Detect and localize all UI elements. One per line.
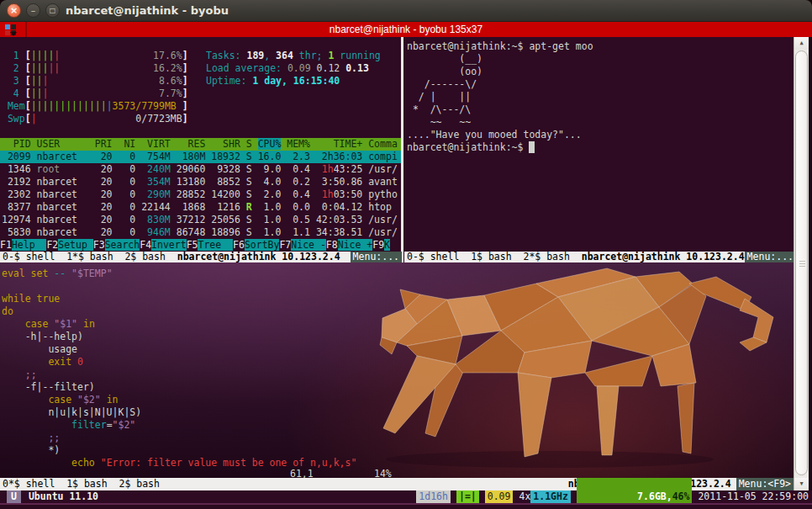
process-row: 12974 nbarcet 20 0 830M 37212 25056 S 1.… bbox=[0, 214, 402, 226]
pane-divider[interactable] bbox=[401, 37, 403, 262]
terminal-line: (__) bbox=[407, 53, 593, 66]
process-row: 5830 nbarcet 20 0 946M 86748 18896 S 1.0… bbox=[0, 226, 402, 239]
meter-row: 2 [||||| 16.2%] bbox=[2, 62, 188, 75]
code-line: do bbox=[2, 305, 356, 318]
minimize-icon: – bbox=[31, 5, 36, 16]
minimize-button[interactable]: – bbox=[26, 3, 40, 18]
code-line: while true bbox=[2, 293, 356, 305]
uptime-indicator: 1d16h bbox=[416, 490, 451, 503]
code-line: -f|--filter) bbox=[2, 381, 356, 394]
window-title: nbarcet@nijathink - byobu bbox=[66, 4, 229, 17]
summary-line: Tasks: 189, 364 thr; 1 running bbox=[206, 50, 381, 62]
pane-vim[interactable]: eval set -- "$TEMP"while truedo case "$1… bbox=[0, 262, 794, 478]
cpu-memory-meters: 1 [||||| 17.6%] 2 [||||| 16.2%] 3 [||| 8… bbox=[2, 50, 188, 125]
code-line: case "$1" in bbox=[2, 318, 356, 331]
terminal-line: /------\/ bbox=[407, 78, 593, 91]
code-line: usage bbox=[2, 343, 356, 356]
ubuntu-logo-icon: U bbox=[7, 490, 21, 503]
byobu-status-bar: U Ubuntu 11.10 1d16h |=| 0.09 4x 1.1GHz … bbox=[0, 490, 812, 503]
scroll-up-button[interactable]: ▲ bbox=[794, 37, 809, 50]
datetime-label: 2011-11-05 22:59:00 bbox=[698, 490, 809, 503]
window-titlebar[interactable]: × – □ nbarcet@nijathink - byobu bbox=[0, 0, 812, 22]
caption-bar-right: 0-$ shell 1$ bash 2*$ bash nbarcet@nijat… bbox=[404, 252, 794, 262]
htop-summary: Tasks: 189, 364 thr; 1 runningLoad avera… bbox=[206, 50, 381, 87]
pane-htop[interactable]: 1 [||||| 17.6%] 2 [||||| 16.2%] 3 [||| 8… bbox=[0, 37, 402, 252]
meter-row: 4 [||| 7.7%] bbox=[2, 87, 188, 100]
code-line: eval set -- "$TEMP" bbox=[2, 268, 356, 280]
terminal-line: ...."Have you mooed today?"... bbox=[407, 129, 593, 141]
code-line: filter="$2" bbox=[2, 419, 356, 432]
battery-indicator: |=| bbox=[456, 490, 479, 503]
terminal-line: * /\---/\ bbox=[407, 103, 593, 116]
caption-bar-left: 0-$ shell 1*$ bash 2$ bash nbarcet@nijat… bbox=[0, 252, 402, 262]
vim-script: eval set -- "$TEMP"while truedo case "$1… bbox=[2, 268, 356, 469]
vim-ruler-percent: 14% bbox=[374, 468, 392, 478]
process-row: 2099 nbarcet 20 0 754M 180M 18932 S 16.0… bbox=[0, 151, 402, 163]
window-list: 0-$ shell 1*$ bash 2$ bash nbarcet@nijat… bbox=[3, 252, 340, 262]
process-table: PID USER PRI NI VIRT RES SHR S CPU% MEM%… bbox=[0, 138, 402, 239]
summary-line: Uptime: 1 day, 16:15:40 bbox=[206, 75, 381, 87]
meter-row: Mem[||||||||||||||3573/7799MB ] bbox=[2, 100, 188, 113]
meter-row: Swp[| 0/7723MB] bbox=[2, 113, 188, 125]
arrow-up-icon: ▲ bbox=[799, 40, 803, 46]
wallpaper-ocelot bbox=[356, 262, 794, 478]
terminal-line: / | || bbox=[407, 91, 593, 103]
code-line: exit 0 bbox=[2, 356, 356, 368]
terminal-window: × – □ nbarcet@nijathink - byobu nbarcet@… bbox=[0, 0, 812, 509]
terminal-line: (oo) bbox=[407, 66, 593, 78]
code-line: *) bbox=[2, 444, 356, 457]
cpu-frequency-indicator: 1.1GHz bbox=[530, 490, 571, 503]
terminal-line: nbarcet@nijathink:~$ bbox=[407, 141, 593, 154]
process-row: 2302 nbarcet 20 0 290M 28852 14200 S 2.0… bbox=[0, 188, 402, 201]
window-list: 0*$ shell 1$ bash 2$ bash bbox=[3, 478, 160, 490]
code-line: ;; bbox=[2, 432, 356, 444]
shell-output: nbarcet@nijathink:~$ apt-get moo (__) (o… bbox=[407, 40, 593, 154]
code-line: ;; bbox=[2, 368, 356, 381]
arrow-down-icon: ▼ bbox=[799, 480, 803, 487]
meter-row: 3 [||| 8.6%] bbox=[2, 75, 188, 87]
code-line: case "$2" in bbox=[2, 394, 356, 406]
maximize-button[interactable]: □ bbox=[45, 3, 60, 18]
memory-used: 7.6GB, bbox=[637, 490, 672, 502]
memory-percent: 46% bbox=[672, 490, 690, 502]
session-title: nbarcet@nijathink - byobu 135x37 bbox=[0, 22, 812, 37]
close-button[interactable]: × bbox=[7, 3, 21, 18]
maximize-icon: □ bbox=[50, 7, 56, 14]
scrollbar-grip-icon bbox=[799, 261, 805, 268]
process-row: 2192 nbarcet 20 0 354M 13180 8852 S 4.0 … bbox=[0, 176, 402, 188]
distro-label: Ubuntu 11.10 bbox=[29, 490, 98, 503]
htop-function-key-bar: F1Help F2Setup F3SearchF4InvertF5Tree F6… bbox=[0, 239, 402, 252]
load-indicator: 0.09 bbox=[485, 490, 514, 503]
process-row: PID USER PRI NI VIRT RES SHR S CPU% MEM%… bbox=[0, 138, 402, 151]
terminal-line: ~~ ~~ bbox=[407, 116, 593, 129]
menu-hint: Menu:... bbox=[351, 252, 402, 262]
code-line: -h|--help) bbox=[2, 331, 356, 343]
code-line bbox=[2, 280, 356, 293]
menu-hint: Menu:... bbox=[745, 252, 794, 262]
byobu-titlebar: nbarcet@nijathink - byobu 135x37 bbox=[0, 22, 812, 37]
window-list: 0-$ shell 1$ bash 2*$ bash nbarcet@nijat… bbox=[407, 252, 745, 262]
pane-shell[interactable]: nbarcet@nijathink:~$ apt-get moo (__) (o… bbox=[404, 37, 794, 252]
vim-ruler-position: 61,1 bbox=[290, 468, 314, 478]
cpu-count-label: 4x bbox=[519, 490, 530, 503]
scrollbar-thumb[interactable] bbox=[795, 50, 808, 475]
meter-row: 1 [||||| 17.6%] bbox=[2, 50, 188, 62]
process-row: 1346 root 20 0 240M 29060 9328 S 9.0 0.4… bbox=[0, 163, 402, 176]
terminal-line: nbarcet@nijathink:~$ apt-get moo bbox=[407, 40, 593, 53]
summary-line: Load average: 0.09 0.12 0.13 bbox=[206, 62, 381, 75]
process-row: 8377 nbarcet 20 0 22144 1868 1216 R 1.0 … bbox=[0, 201, 402, 214]
code-line: n|u|k|s|N|U|K|S) bbox=[2, 406, 356, 419]
scroll-down-button[interactable]: ▼ bbox=[794, 478, 809, 490]
scrollbar[interactable]: ▲ ▼ bbox=[794, 37, 809, 490]
window-edge bbox=[809, 37, 812, 490]
terminal-body: 1 [||||| 17.6%] 2 [||||| 16.2%] 3 [||| 8… bbox=[0, 37, 812, 503]
window-bottom-border bbox=[0, 503, 812, 509]
close-icon: × bbox=[10, 5, 18, 16]
